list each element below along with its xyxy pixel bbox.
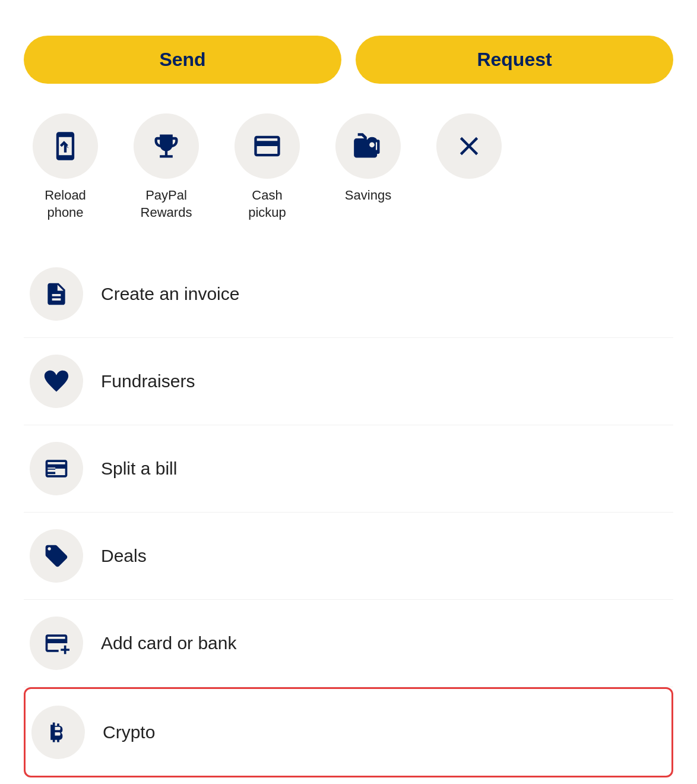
fundraisers-icon-circle	[30, 355, 83, 408]
savings-icon-circle	[335, 113, 401, 179]
send-button[interactable]: Send	[24, 36, 341, 84]
crypto-icon-circle	[31, 706, 85, 759]
cash-pickup-icon-circle	[235, 113, 300, 179]
create-invoice-item[interactable]: Create an invoice	[24, 251, 673, 338]
fundraisers-item[interactable]: Fundraisers	[24, 338, 673, 425]
savings-icon	[353, 131, 384, 162]
add-card-bank-label: Add card or bank	[101, 633, 236, 653]
split-bill-icon	[43, 456, 69, 482]
crypto-icon	[45, 719, 71, 745]
reload-phone-label: Reloadphone	[45, 187, 86, 221]
quick-actions-grid: Reloadphone PayPalRewards Cashpickup Sav…	[24, 113, 673, 221]
list-items-container: Create an invoice Fundraisers Split a bi…	[24, 251, 673, 777]
invoice-icon-circle	[30, 267, 83, 321]
cash-pickup-icon	[252, 131, 283, 162]
add-card-bank-item[interactable]: Add card or bank	[24, 600, 673, 687]
split-bill-item[interactable]: Split a bill	[24, 425, 673, 513]
reload-phone-icon-circle	[33, 113, 98, 179]
close-icon-circle	[436, 113, 502, 179]
request-button[interactable]: Request	[356, 36, 673, 84]
paypal-rewards-label: PayPalRewards	[141, 187, 192, 221]
reload-phone-item[interactable]: Reloadphone	[24, 113, 107, 221]
fundraisers-label: Fundraisers	[101, 371, 195, 391]
cash-pickup-label: Cashpickup	[248, 187, 286, 221]
close-icon	[454, 131, 484, 162]
create-invoice-label: Create an invoice	[101, 284, 239, 304]
crypto-label: Crypto	[103, 722, 155, 742]
paypal-rewards-icon-circle	[134, 113, 199, 179]
top-buttons-container: Send Request	[24, 36, 673, 84]
add-card-icon	[43, 630, 69, 656]
trophy-icon	[151, 131, 182, 162]
close-item[interactable]	[427, 113, 511, 187]
deals-item[interactable]: Deals	[24, 513, 673, 600]
cash-pickup-item[interactable]: Cashpickup	[226, 113, 309, 221]
savings-label: Savings	[345, 187, 391, 204]
deals-icon-circle	[30, 529, 83, 583]
invoice-icon	[43, 281, 69, 307]
split-bill-icon-circle	[30, 442, 83, 495]
deals-icon	[43, 543, 69, 569]
reload-phone-icon	[50, 131, 81, 162]
paypal-rewards-item[interactable]: PayPalRewards	[125, 113, 208, 221]
fundraisers-icon	[43, 368, 69, 394]
deals-label: Deals	[101, 546, 147, 566]
split-bill-label: Split a bill	[101, 459, 177, 479]
savings-item[interactable]: Savings	[327, 113, 410, 204]
add-card-icon-circle	[30, 617, 83, 670]
crypto-item[interactable]: Crypto	[24, 687, 673, 777]
